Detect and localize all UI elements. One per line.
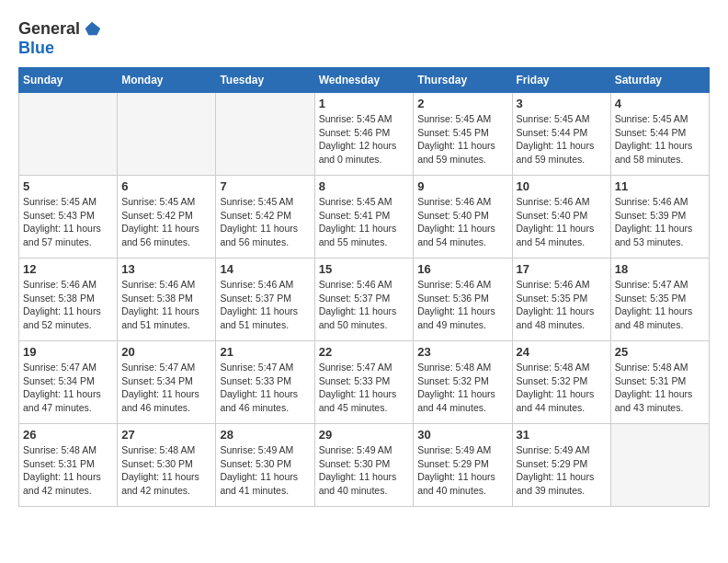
calendar-cell	[19, 93, 118, 176]
day-info: Sunrise: 5:48 AM Sunset: 5:30 PM Dayligh…	[121, 443, 211, 498]
weekday-header-thursday: Thursday	[414, 68, 512, 93]
day-number: 24	[517, 345, 607, 359]
logo-general-text: General	[18, 19, 80, 39]
day-number: 31	[517, 428, 607, 442]
calendar-cell: 19Sunrise: 5:47 AM Sunset: 5:34 PM Dayli…	[19, 341, 118, 424]
day-info: Sunrise: 5:47 AM Sunset: 5:34 PM Dayligh…	[121, 361, 211, 415]
day-number: 25	[615, 345, 705, 359]
calendar-cell: 29Sunrise: 5:49 AM Sunset: 5:30 PM Dayli…	[314, 424, 414, 507]
calendar-cell: 15Sunrise: 5:46 AM Sunset: 5:37 PM Dayli…	[314, 259, 414, 341]
day-number: 18	[615, 262, 705, 276]
day-number: 10	[517, 179, 607, 193]
day-info: Sunrise: 5:45 AM Sunset: 5:46 PM Dayligh…	[319, 112, 410, 167]
day-info: Sunrise: 5:46 AM Sunset: 5:36 PM Dayligh…	[417, 278, 507, 332]
day-info: Sunrise: 5:45 AM Sunset: 5:41 PM Dayligh…	[319, 195, 410, 249]
day-number: 27	[121, 428, 211, 442]
day-info: Sunrise: 5:45 AM Sunset: 5:45 PM Dayligh…	[417, 112, 507, 167]
day-info: Sunrise: 5:46 AM Sunset: 5:40 PM Dayligh…	[517, 195, 607, 249]
day-info: Sunrise: 5:49 AM Sunset: 5:30 PM Dayligh…	[220, 443, 310, 498]
calendar-cell: 1Sunrise: 5:45 AM Sunset: 5:46 PM Daylig…	[314, 93, 414, 176]
page-header: General Blue	[18, 18, 710, 58]
calendar-week-3: 12Sunrise: 5:46 AM Sunset: 5:38 PM Dayli…	[19, 259, 710, 341]
day-number: 21	[220, 345, 310, 359]
day-info: Sunrise: 5:47 AM Sunset: 5:34 PM Dayligh…	[23, 361, 113, 415]
day-info: Sunrise: 5:46 AM Sunset: 5:37 PM Dayligh…	[319, 278, 410, 332]
day-info: Sunrise: 5:46 AM Sunset: 5:38 PM Dayligh…	[23, 278, 113, 332]
weekday-header-wednesday: Wednesday	[314, 68, 414, 93]
calendar-cell: 20Sunrise: 5:47 AM Sunset: 5:34 PM Dayli…	[118, 341, 216, 424]
calendar-table: SundayMondayTuesdayWednesdayThursdayFrid…	[18, 67, 710, 507]
calendar-cell: 3Sunrise: 5:45 AM Sunset: 5:44 PM Daylig…	[512, 93, 610, 176]
weekday-header-sunday: Sunday	[19, 68, 118, 93]
calendar-body: 1Sunrise: 5:45 AM Sunset: 5:46 PM Daylig…	[19, 93, 710, 507]
calendar-week-5: 26Sunrise: 5:48 AM Sunset: 5:31 PM Dayli…	[19, 424, 710, 507]
calendar-cell: 10Sunrise: 5:46 AM Sunset: 5:40 PM Dayli…	[512, 176, 610, 259]
day-info: Sunrise: 5:46 AM Sunset: 5:39 PM Dayligh…	[615, 195, 705, 249]
day-number: 29	[319, 428, 410, 442]
day-number: 17	[517, 262, 607, 276]
logo: General Blue	[18, 18, 102, 58]
day-number: 20	[121, 345, 211, 359]
calendar-cell: 4Sunrise: 5:45 AM Sunset: 5:44 PM Daylig…	[610, 93, 709, 176]
calendar-week-1: 1Sunrise: 5:45 AM Sunset: 5:46 PM Daylig…	[19, 93, 710, 176]
calendar-cell: 25Sunrise: 5:48 AM Sunset: 5:31 PM Dayli…	[610, 341, 709, 424]
day-number: 2	[417, 97, 507, 110]
day-number: 28	[220, 428, 310, 442]
day-info: Sunrise: 5:46 AM Sunset: 5:40 PM Dayligh…	[417, 195, 507, 249]
day-number: 16	[417, 262, 507, 276]
day-number: 3	[517, 97, 607, 110]
day-info: Sunrise: 5:47 AM Sunset: 5:35 PM Dayligh…	[615, 278, 705, 332]
day-number: 8	[319, 179, 410, 193]
day-info: Sunrise: 5:46 AM Sunset: 5:38 PM Dayligh…	[121, 278, 211, 332]
calendar-cell: 21Sunrise: 5:47 AM Sunset: 5:33 PM Dayli…	[216, 341, 314, 424]
calendar-cell: 22Sunrise: 5:47 AM Sunset: 5:33 PM Dayli…	[314, 341, 414, 424]
day-info: Sunrise: 5:48 AM Sunset: 5:31 PM Dayligh…	[615, 361, 705, 415]
day-number: 5	[23, 179, 113, 193]
weekday-header-tuesday: Tuesday	[216, 68, 314, 93]
day-info: Sunrise: 5:45 AM Sunset: 5:43 PM Dayligh…	[23, 195, 113, 249]
day-number: 6	[121, 179, 211, 193]
calendar-cell	[216, 93, 314, 176]
day-number: 30	[417, 428, 507, 442]
day-number: 19	[23, 345, 113, 359]
calendar-cell: 23Sunrise: 5:48 AM Sunset: 5:32 PM Dayli…	[414, 341, 512, 424]
day-info: Sunrise: 5:45 AM Sunset: 5:44 PM Dayligh…	[517, 112, 607, 167]
day-info: Sunrise: 5:47 AM Sunset: 5:33 PM Dayligh…	[319, 361, 410, 415]
day-number: 23	[417, 345, 507, 359]
calendar-cell: 26Sunrise: 5:48 AM Sunset: 5:31 PM Dayli…	[19, 424, 118, 507]
logo-blue-text: Blue	[18, 39, 54, 58]
logo-icon	[82, 18, 102, 39]
calendar-cell: 8Sunrise: 5:45 AM Sunset: 5:41 PM Daylig…	[314, 176, 414, 259]
calendar-cell: 13Sunrise: 5:46 AM Sunset: 5:38 PM Dayli…	[118, 259, 216, 341]
day-info: Sunrise: 5:48 AM Sunset: 5:31 PM Dayligh…	[23, 443, 113, 498]
calendar-cell: 14Sunrise: 5:46 AM Sunset: 5:37 PM Dayli…	[216, 259, 314, 341]
weekday-header-friday: Friday	[512, 68, 610, 93]
day-info: Sunrise: 5:48 AM Sunset: 5:32 PM Dayligh…	[517, 361, 607, 415]
day-info: Sunrise: 5:48 AM Sunset: 5:32 PM Dayligh…	[417, 361, 507, 415]
calendar-cell: 11Sunrise: 5:46 AM Sunset: 5:39 PM Dayli…	[610, 176, 709, 259]
calendar-cell	[118, 93, 216, 176]
calendar-cell: 12Sunrise: 5:46 AM Sunset: 5:38 PM Dayli…	[19, 259, 118, 341]
day-info: Sunrise: 5:49 AM Sunset: 5:29 PM Dayligh…	[417, 443, 507, 498]
day-info: Sunrise: 5:49 AM Sunset: 5:29 PM Dayligh…	[517, 443, 607, 498]
day-number: 11	[615, 179, 705, 193]
calendar-week-2: 5Sunrise: 5:45 AM Sunset: 5:43 PM Daylig…	[19, 176, 710, 259]
day-number: 13	[121, 262, 211, 276]
day-number: 4	[615, 97, 705, 110]
day-number: 15	[319, 262, 410, 276]
calendar-header-row: SundayMondayTuesdayWednesdayThursdayFrid…	[19, 68, 710, 93]
day-number: 14	[220, 262, 310, 276]
calendar-cell: 24Sunrise: 5:48 AM Sunset: 5:32 PM Dayli…	[512, 341, 610, 424]
calendar-cell: 16Sunrise: 5:46 AM Sunset: 5:36 PM Dayli…	[414, 259, 512, 341]
day-info: Sunrise: 5:45 AM Sunset: 5:44 PM Dayligh…	[615, 112, 705, 167]
day-number: 9	[417, 179, 507, 193]
weekday-header-monday: Monday	[118, 68, 216, 93]
day-number: 22	[319, 345, 410, 359]
day-info: Sunrise: 5:45 AM Sunset: 5:42 PM Dayligh…	[121, 195, 211, 249]
calendar-cell: 27Sunrise: 5:48 AM Sunset: 5:30 PM Dayli…	[118, 424, 216, 507]
day-number: 7	[220, 179, 310, 193]
day-info: Sunrise: 5:46 AM Sunset: 5:35 PM Dayligh…	[517, 278, 607, 332]
day-info: Sunrise: 5:45 AM Sunset: 5:42 PM Dayligh…	[220, 195, 310, 249]
calendar-cell: 7Sunrise: 5:45 AM Sunset: 5:42 PM Daylig…	[216, 176, 314, 259]
calendar-cell: 17Sunrise: 5:46 AM Sunset: 5:35 PM Dayli…	[512, 259, 610, 341]
